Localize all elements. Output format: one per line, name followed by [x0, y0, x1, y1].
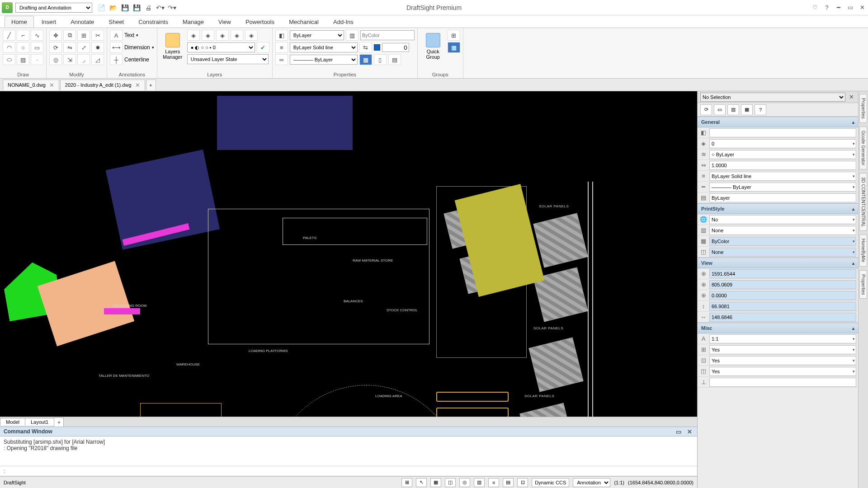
- quick-group-button[interactable]: Quick Group: [420, 30, 446, 62]
- tab-powertools[interactable]: Powertools: [239, 16, 281, 28]
- props-b2-icon[interactable]: ▯: [374, 54, 387, 65]
- sb-btn-7[interactable]: ≡: [488, 478, 499, 487]
- bycolor-input[interactable]: [360, 30, 415, 40]
- dimension-icon[interactable]: ⟷: [110, 42, 123, 53]
- gen-lstyle-field[interactable]: ByLayer Solid line▾: [709, 172, 856, 181]
- save-icon[interactable]: 💾: [120, 3, 129, 12]
- ellipse-icon[interactable]: ⬭: [3, 54, 15, 65]
- annotation-scale-select[interactable]: Annotation: [573, 478, 610, 487]
- doctab-0-close-icon[interactable]: ✕: [49, 82, 54, 89]
- ps-name-field[interactable]: None▾: [709, 226, 856, 235]
- side-tab-gcode[interactable]: Gcode Generator: [859, 127, 867, 169]
- tab-manage[interactable]: Manage: [176, 16, 211, 28]
- gen-pstyle-field[interactable]: ByLayer: [709, 193, 856, 202]
- stretch-icon[interactable]: ⇲: [63, 54, 76, 65]
- ps-table-field[interactable]: ByColor▾: [709, 237, 856, 246]
- tab-insert[interactable]: Insert: [35, 16, 63, 28]
- command-input-row[interactable]: :: [0, 466, 697, 476]
- minimize-icon[interactable]: ━: [835, 4, 843, 12]
- side-tab-3dcc[interactable]: 3D CONTENTCENTRAL: [859, 173, 867, 231]
- misc-c-field[interactable]: Yes▾: [709, 367, 856, 376]
- new-icon[interactable]: 📄: [97, 3, 106, 12]
- maximize-icon[interactable]: ▭: [846, 4, 854, 12]
- doctab-1[interactable]: 2020 - Industry A_edit (1).dwg✕: [60, 80, 145, 90]
- sb-btn-2[interactable]: ↖: [416, 478, 427, 487]
- sb-btn-9[interactable]: ⊡: [517, 478, 528, 487]
- colorbar-icon[interactable]: ▥: [346, 30, 359, 41]
- undo-icon[interactable]: ↶▾: [156, 3, 165, 12]
- linetype-select[interactable]: ByLayer Solid line: [290, 42, 358, 52]
- pattern-icon[interactable]: ⊞: [77, 30, 90, 41]
- lineweight-select[interactable]: ———— ByLayer: [290, 55, 358, 65]
- hatch-icon[interactable]: ▨: [17, 54, 29, 65]
- section-misc[interactable]: Misc▴: [698, 323, 858, 333]
- linetype-icon[interactable]: ≡: [275, 42, 288, 53]
- dynamic-ccs-button[interactable]: Dynamic CCS: [532, 478, 569, 487]
- sheet-tab-model[interactable]: Model: [0, 418, 25, 426]
- drawing-canvas[interactable]: RAW MATERIAL STORE PALETS STOCK CONTROL …: [0, 91, 697, 417]
- view-w-field[interactable]: 148.6846: [709, 313, 856, 322]
- view-h-field[interactable]: 66.9081: [709, 302, 856, 311]
- props-close-icon[interactable]: ✕: [847, 93, 855, 101]
- sb-btn-8[interactable]: ▤: [503, 478, 514, 487]
- print-icon[interactable]: 🖨: [144, 3, 153, 12]
- chamfer-icon[interactable]: ◿: [91, 54, 104, 65]
- tab-sheet[interactable]: Sheet: [102, 16, 131, 28]
- cmd-dock-icon[interactable]: ▭: [675, 427, 683, 436]
- side-tab-properties[interactable]: Properties: [859, 94, 867, 123]
- layer-state-select[interactable]: Unsaved Layer State: [187, 54, 269, 64]
- cmd-close-icon[interactable]: ✕: [685, 427, 693, 436]
- gen-layer-field[interactable]: 0▾: [709, 139, 856, 148]
- rotate-icon[interactable]: ⟳: [49, 42, 62, 53]
- side-tab-properties-2[interactable]: Properties: [859, 270, 867, 299]
- match-icon[interactable]: ⇆: [359, 42, 372, 53]
- sb-btn-1[interactable]: ⊞: [401, 478, 412, 487]
- props-b1-icon[interactable]: ▦: [359, 54, 372, 65]
- explode-icon[interactable]: ✸: [91, 42, 104, 53]
- section-view[interactable]: View▴: [698, 258, 858, 268]
- doctab-0[interactable]: NONAME_0.dwg✕: [3, 80, 59, 90]
- layer-tool2-icon[interactable]: ◈: [202, 30, 214, 41]
- fillet-icon[interactable]: ◞: [77, 54, 90, 65]
- arc-icon[interactable]: ◠: [3, 42, 15, 53]
- tab-view[interactable]: View: [212, 16, 238, 28]
- prop-tool-help-icon[interactable]: ?: [755, 104, 766, 115]
- layer-apply-icon[interactable]: ✔: [257, 42, 269, 53]
- selection-select[interactable]: No Selection: [700, 93, 845, 102]
- prop-tool-4-icon[interactable]: ▦: [741, 104, 753, 115]
- sheet-tab-add[interactable]: ＋: [54, 418, 64, 427]
- scale-icon[interactable]: ⤢: [77, 42, 90, 53]
- layer-tool3-icon[interactable]: ◈: [216, 30, 229, 41]
- sb-btn-5[interactable]: ◎: [459, 478, 470, 487]
- polyline-icon[interactable]: ⌐: [17, 30, 29, 41]
- rect-icon[interactable]: ▭: [31, 42, 43, 53]
- ps-attach-field[interactable]: None▾: [709, 248, 856, 257]
- help-icon[interactable]: ?: [823, 4, 831, 12]
- layer-tool5-icon[interactable]: ◈: [245, 30, 258, 41]
- sheet-tab-layout1[interactable]: Layout1: [25, 418, 54, 426]
- tab-annotate[interactable]: Annotate: [64, 16, 101, 28]
- misc-scale-field[interactable]: 1:1▾: [709, 334, 856, 343]
- prop-tool-3-icon[interactable]: ▥: [727, 104, 739, 115]
- doctab-1-close-icon[interactable]: ✕: [135, 82, 140, 89]
- gen-color-field[interactable]: [709, 128, 856, 137]
- layers-manager-button[interactable]: Layers Manager: [160, 30, 185, 62]
- gen-lweight-field[interactable]: ———— ByLayer▾: [709, 183, 856, 192]
- gen-ltype-field[interactable]: ○ ByLayer▾: [709, 150, 856, 159]
- line-icon[interactable]: ╱: [3, 30, 15, 41]
- misc-d-field[interactable]: [709, 378, 856, 387]
- tab-constraints[interactable]: Constraints: [132, 16, 175, 28]
- doctab-add[interactable]: ＋: [146, 80, 156, 90]
- section-printstyle[interactable]: PrintStyle▴: [698, 203, 858, 214]
- spline-icon[interactable]: ∿: [31, 30, 43, 41]
- lineweight-icon[interactable]: ═: [275, 54, 288, 65]
- layer-current-select[interactable]: ● ◐ ○ ○ ▪ 0: [187, 42, 255, 52]
- color-select[interactable]: ByLayer: [290, 30, 344, 40]
- gen-lscale-field[interactable]: 1.0000: [709, 161, 856, 170]
- point-icon[interactable]: ∙: [31, 54, 43, 65]
- tab-mechanical[interactable]: Mechanical: [282, 16, 326, 28]
- sb-btn-6[interactable]: ▥: [474, 478, 485, 487]
- props-b3-icon[interactable]: ▤: [388, 54, 401, 65]
- group-sel-icon[interactable]: ▦: [448, 42, 460, 53]
- notify-icon[interactable]: ♡: [811, 4, 819, 12]
